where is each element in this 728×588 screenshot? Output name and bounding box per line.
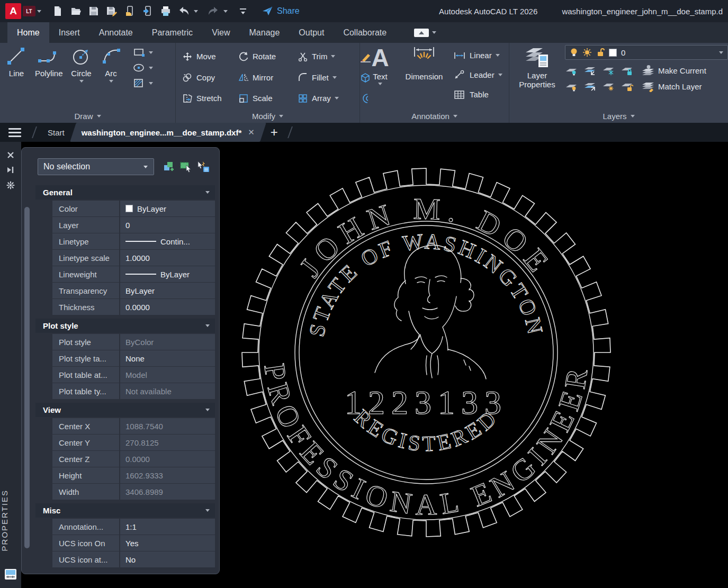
palette-scrollbar[interactable]: [24, 207, 30, 548]
tab-annotate[interactable]: Annotate: [89, 22, 142, 43]
tab-insert[interactable]: Insert: [49, 22, 89, 43]
rotate-button[interactable]: Rotate: [238, 47, 298, 66]
tab-manage[interactable]: Manage: [240, 22, 290, 43]
selection-dropdown[interactable]: No selection: [38, 158, 154, 175]
circle-dropdown-icon[interactable]: [79, 80, 84, 83]
rectangle-button[interactable]: [133, 47, 153, 58]
leader-dropdown-icon[interactable]: [498, 74, 502, 76]
copy-button[interactable]: Copy: [182, 68, 238, 87]
section-header-plot-style[interactable]: Plot style: [35, 319, 215, 333]
document-tab[interactable]: washington_enginee...m__doe_stamp.dxf* ✕: [73, 123, 263, 142]
layer-unisolate-icon[interactable]: [583, 81, 597, 92]
property-row[interactable]: LinetypeContin...: [52, 233, 215, 249]
hatch-button[interactable]: [133, 78, 153, 88]
layer-properties-button[interactable]: Layer Properties: [516, 45, 559, 108]
properties-palette-icon[interactable]: [4, 568, 17, 581]
text-dropdown-icon[interactable]: [378, 83, 382, 85]
property-row[interactable]: UCS icon at...No: [52, 551, 215, 567]
undo-dropdown-icon[interactable]: [194, 10, 198, 13]
linear-dropdown-icon[interactable]: [496, 54, 500, 57]
property-value[interactable]: ByLayer: [120, 266, 215, 282]
trim-dropdown-icon[interactable]: [331, 55, 335, 58]
property-value[interactable]: None: [120, 350, 215, 366]
property-value[interactable]: 3406.8989: [120, 484, 215, 500]
save-as-button[interactable]: [104, 3, 120, 19]
section-header-general[interactable]: General: [35, 185, 215, 200]
property-value[interactable]: 270.8125: [120, 435, 215, 450]
trim-button[interactable]: Trim: [298, 47, 359, 66]
table-button[interactable]: Table: [453, 85, 502, 104]
array-button[interactable]: Array: [298, 89, 359, 107]
redo-button[interactable]: [205, 3, 221, 19]
layer-unlock-tool-icon[interactable]: [621, 81, 634, 92]
property-row[interactable]: LineweightByLayer: [52, 266, 215, 282]
linear-button[interactable]: Linear: [453, 46, 502, 65]
layer-lock-icon[interactable]: [621, 65, 634, 76]
layer-freeze-icon[interactable]: [602, 65, 616, 76]
collapse-section-icon[interactable]: [205, 409, 210, 411]
modify-panel-title[interactable]: Modify: [176, 109, 359, 123]
property-value[interactable]: ByColor: [120, 334, 215, 350]
tab-collaborate[interactable]: Collaborate: [334, 22, 396, 43]
move-button[interactable]: Move: [182, 47, 238, 66]
rectangle-dropdown-icon[interactable]: [149, 51, 153, 54]
property-value[interactable]: 0: [120, 217, 215, 233]
property-value[interactable]: Yes: [120, 535, 215, 551]
plot-button[interactable]: [158, 3, 174, 19]
layer-thaw-icon[interactable]: [602, 81, 616, 92]
circle-button[interactable]: Circle: [70, 45, 93, 108]
close-icon[interactable]: [7, 151, 14, 159]
property-value[interactable]: 1:1: [120, 519, 215, 535]
close-tab-icon[interactable]: ✕: [248, 128, 255, 137]
property-row[interactable]: Thickness0.0000: [52, 299, 215, 315]
property-value[interactable]: ByLayer: [120, 283, 215, 298]
array-dropdown-icon[interactable]: [335, 97, 339, 99]
property-row[interactable]: UCS icon OnYes: [52, 535, 215, 551]
property-value[interactable]: Model: [120, 367, 215, 383]
make-current-button[interactable]: Make Current: [641, 65, 706, 76]
app-menu-button[interactable]: A LT: [5, 3, 41, 19]
property-row[interactable]: TransparencyByLayer: [52, 283, 215, 298]
fillet-dropdown-icon[interactable]: [332, 76, 337, 79]
file-tabs-menu-button[interactable]: [0, 123, 30, 142]
open-file-button[interactable]: [68, 3, 84, 19]
redo-dropdown-icon[interactable]: [223, 10, 228, 13]
stretch-button[interactable]: Stretch: [182, 89, 238, 107]
property-row[interactable]: Linetype scale1.0000: [52, 250, 215, 266]
mirror-button[interactable]: Mirror: [238, 68, 298, 87]
property-row[interactable]: Height1602.9333: [52, 467, 215, 483]
hatch-dropdown-icon[interactable]: [149, 82, 153, 85]
property-value[interactable]: 0.0000: [120, 451, 215, 467]
new-file-button[interactable]: [50, 3, 66, 19]
fillet-button[interactable]: Fillet: [298, 68, 359, 87]
layer-dropdown-icon[interactable]: [719, 51, 723, 54]
arc-button[interactable]: Arc: [100, 45, 122, 108]
layer-isolate-icon[interactable]: [583, 65, 597, 76]
autohide-icon[interactable]: [6, 166, 15, 174]
pickadd-toggle-icon[interactable]: [196, 160, 210, 173]
property-row[interactable]: Layer0: [52, 217, 215, 233]
layer-off-icon[interactable]: [565, 65, 579, 76]
property-value[interactable]: No: [120, 551, 215, 567]
tab-home[interactable]: Home: [7, 22, 49, 43]
match-layer-button[interactable]: Match Layer: [641, 80, 702, 92]
property-row[interactable]: Plot table ty...Not available: [52, 383, 215, 399]
property-row[interactable]: Width3406.8989: [52, 484, 215, 500]
ellipse-button[interactable]: [133, 62, 153, 73]
ribbon-display-toggle[interactable]: [414, 22, 436, 43]
arc-dropdown-icon[interactable]: [109, 80, 113, 83]
settings-icon[interactable]: [6, 181, 15, 189]
new-drawing-tab-button[interactable]: +: [263, 123, 285, 142]
tab-view[interactable]: View: [202, 22, 239, 43]
property-row[interactable]: Center X1088.7540: [52, 418, 215, 434]
property-row[interactable]: Center Y270.8125: [52, 435, 215, 450]
collapse-section-icon[interactable]: [205, 191, 210, 194]
palette-title[interactable]: PROPERTIES: [0, 490, 21, 551]
dimension-button[interactable]: Dimension: [400, 45, 448, 108]
start-tab[interactable]: Start: [39, 123, 73, 142]
text-button[interactable]: A Text: [365, 45, 395, 108]
save-to-web-mobile-button[interactable]: [140, 3, 156, 19]
property-value[interactable]: 1602.9333: [120, 467, 215, 483]
scale-button[interactable]: Scale: [238, 89, 298, 107]
save-button[interactable]: [86, 3, 102, 19]
